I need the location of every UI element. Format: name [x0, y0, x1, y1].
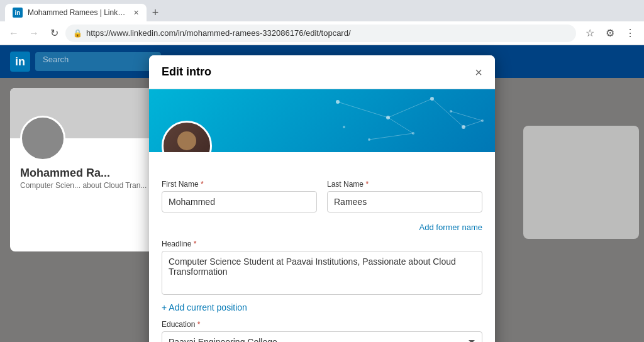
- svg-line-10: [388, 99, 432, 118]
- svg-point-8: [343, 126, 345, 128]
- first-name-label: First Name *: [162, 180, 317, 189]
- education-required: *: [197, 320, 201, 329]
- modal-close-button[interactable]: ×: [475, 66, 482, 79]
- svg-line-15: [464, 121, 482, 127]
- form-area: First Name * Last Name * Add form: [149, 152, 495, 342]
- nav-right-buttons: ☆ ⚙ ⋮: [581, 25, 639, 42]
- headline-required: *: [194, 240, 197, 248]
- last-name-label: Last Name *: [327, 180, 482, 189]
- address-bar[interactable]: 🔒 https://www.linkedin.com/in/mohammed-r…: [65, 25, 576, 42]
- security-icon: 🔒: [73, 29, 82, 38]
- svg-line-9: [338, 102, 388, 118]
- edit-intro-modal: Edit intro ×: [149, 55, 495, 342]
- profile-photo-container: ✏: [162, 121, 212, 152]
- nav-bar: ← → ↻ 🔒 https://www.linkedin.com/in/moha…: [0, 21, 644, 45]
- svg-line-11: [432, 99, 464, 127]
- svg-line-13: [451, 111, 482, 121]
- education-label: Education *: [162, 320, 482, 329]
- profile-banner: ✏: [149, 89, 495, 152]
- first-name-group: First Name *: [162, 180, 317, 212]
- headline-label: Headline *: [162, 240, 482, 248]
- last-name-required: *: [365, 180, 369, 189]
- extensions-button[interactable]: ⚙: [601, 25, 619, 42]
- menu-button[interactable]: ⋮: [621, 25, 639, 42]
- last-name-group: Last Name *: [327, 180, 482, 212]
- first-name-required: *: [201, 180, 204, 189]
- url-text: https://www.linkedin.com/in/mohammed-ram…: [86, 28, 569, 38]
- modal-header: Edit intro ×: [149, 55, 495, 89]
- headline-group: Headline * Computer Science Student at P…: [162, 240, 482, 295]
- tab-close-button[interactable]: ✕: [133, 9, 139, 17]
- last-name-input[interactable]: [327, 191, 482, 212]
- tab-title: Mohammed Ramees | LinkedIn: [28, 8, 128, 17]
- svg-line-12: [388, 118, 413, 133]
- title-bar: in Mohammed Ramees | LinkedIn ✕ +: [0, 0, 644, 21]
- svg-line-14: [369, 133, 413, 140]
- profile-photo: [162, 121, 212, 152]
- education-select[interactable]: Paavai Engineering College: [162, 331, 482, 342]
- browser-tab[interactable]: in Mohammed Ramees | LinkedIn ✕: [5, 4, 147, 21]
- add-position-button[interactable]: + Add current position: [162, 302, 482, 312]
- person-head: [177, 131, 196, 150]
- headline-input[interactable]: Computer Science Student at Paavai Insti…: [162, 251, 482, 295]
- bookmark-button[interactable]: ☆: [581, 25, 599, 42]
- add-former-name-link[interactable]: Add former name: [162, 223, 482, 232]
- tab-favicon: in: [13, 8, 23, 18]
- browser-chrome: in Mohammed Ramees | LinkedIn ✕ + ← → ↻ …: [0, 0, 644, 45]
- reload-button[interactable]: ↻: [45, 25, 63, 42]
- linkedin-background: in Search Mohammed Ra... Computer Scien.…: [0, 45, 644, 342]
- education-group: Education * Paavai Engineering College: [162, 320, 482, 342]
- back-button[interactable]: ←: [5, 25, 23, 42]
- modal-overlay: Edit intro ×: [0, 45, 644, 342]
- forward-button[interactable]: →: [25, 25, 43, 42]
- name-row: First Name * Last Name *: [162, 180, 482, 212]
- modal-title: Edit intro: [162, 65, 211, 79]
- first-name-input[interactable]: [162, 191, 317, 212]
- new-tab-button[interactable]: +: [147, 4, 164, 21]
